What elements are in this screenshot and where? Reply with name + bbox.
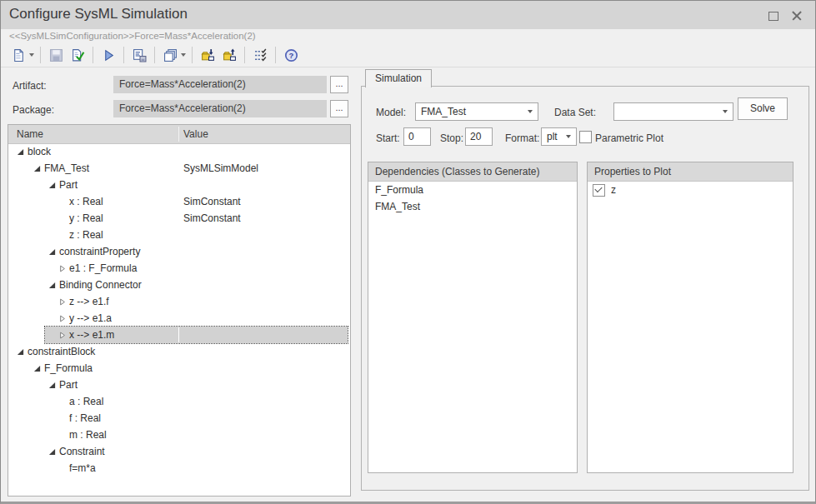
format-dropdown[interactable]: plt bbox=[541, 127, 577, 146]
configuration-tree: Name Value block FMA_Test SysMLSimModel … bbox=[8, 124, 351, 497]
generate-code-button[interactable] bbox=[128, 45, 150, 65]
dependency-item[interactable]: FMA_Test bbox=[368, 198, 577, 215]
parametric-plot-checkbox[interactable] bbox=[579, 131, 592, 143]
execution-options-button[interactable] bbox=[249, 45, 271, 65]
tree-indent bbox=[8, 252, 48, 252]
tree-row[interactable]: FMA_Test SysMLSimModel bbox=[8, 160, 350, 177]
property-checkbox[interactable] bbox=[593, 184, 605, 197]
tree-row[interactable]: y : Real SimConstant bbox=[8, 210, 350, 227]
tree-indent bbox=[8, 185, 48, 186]
help-button[interactable]: ? bbox=[280, 45, 302, 65]
tree-item-name: f=m*a bbox=[69, 462, 96, 474]
tree-indent bbox=[8, 385, 48, 386]
tree-row[interactable]: y --> e1.a bbox=[8, 310, 350, 327]
export-package-button[interactable] bbox=[218, 45, 240, 65]
tree-row[interactable]: Part bbox=[8, 377, 350, 393]
tree-row[interactable]: x --> e1.m bbox=[8, 327, 350, 343]
new-artifact-button[interactable] bbox=[8, 45, 29, 65]
artifact-field[interactable]: Force=Mass*Acceleration(2) bbox=[113, 76, 327, 93]
tree-row[interactable]: z --> e1.f bbox=[8, 293, 350, 310]
toolbar-separator bbox=[244, 47, 245, 63]
tree-row[interactable]: Part bbox=[8, 177, 350, 193]
tree-row[interactable]: m : Real bbox=[8, 427, 350, 443]
new-artifact-dropdown-icon[interactable] bbox=[29, 53, 34, 57]
tree-row[interactable]: Binding Connector bbox=[8, 277, 350, 293]
toolbar-separator bbox=[154, 47, 155, 63]
tree-row[interactable]: z : Real bbox=[8, 227, 350, 243]
svg-text:?: ? bbox=[288, 50, 293, 59]
copy-button[interactable] bbox=[159, 45, 181, 65]
tree-expand-icon[interactable] bbox=[58, 332, 69, 339]
dependencies-list: Dependencies (Classes to Generate) F_For… bbox=[368, 162, 578, 473]
start-input[interactable] bbox=[403, 127, 431, 146]
run-simulation-button[interactable] bbox=[98, 45, 119, 65]
tree-expand-icon[interactable] bbox=[48, 248, 59, 256]
tree-expand-icon[interactable] bbox=[58, 265, 69, 272]
stop-input[interactable] bbox=[465, 127, 493, 146]
help-icon: ? bbox=[284, 48, 298, 62]
tree-item-value: SimConstant bbox=[183, 212, 241, 224]
column-divider[interactable] bbox=[178, 127, 179, 142]
dataset-dropdown[interactable] bbox=[613, 102, 733, 121]
tree-indent bbox=[8, 418, 58, 419]
tree-item-name: z --> e1.f bbox=[69, 296, 109, 307]
maximize-icon[interactable] bbox=[768, 12, 778, 21]
tree-item-name: constraintBlock bbox=[28, 346, 95, 357]
tree-item-name: Part bbox=[59, 179, 78, 191]
tab-simulation[interactable]: Simulation bbox=[365, 69, 432, 87]
tree-indent bbox=[8, 152, 17, 152]
tree-row[interactable]: x : Real SimConstant bbox=[8, 193, 350, 210]
tree-expand-icon[interactable] bbox=[48, 382, 59, 389]
tree-row[interactable]: block bbox=[8, 143, 350, 160]
tree-indent bbox=[8, 302, 58, 302]
tree-item-name: f : Real bbox=[69, 412, 101, 424]
tree-body: block FMA_Test SysMLSimModel Part x : Re… bbox=[8, 143, 350, 496]
property-item[interactable]: z bbox=[588, 182, 793, 198]
artifact-browse-button[interactable]: ... bbox=[330, 76, 348, 93]
tree-item-name: y --> e1.a bbox=[69, 312, 112, 324]
dependency-item[interactable]: F_Formula bbox=[368, 182, 577, 198]
tree-expand-icon[interactable] bbox=[48, 282, 59, 289]
properties-header: Properties to Plot bbox=[588, 162, 793, 182]
tree-row[interactable]: F_Formula bbox=[8, 360, 350, 377]
package-field[interactable]: Force=Mass*Acceleration(2) bbox=[113, 100, 327, 117]
tree-item-name: FMA_Test bbox=[44, 162, 89, 174]
tree-row[interactable]: a : Real bbox=[8, 393, 350, 410]
tree-item-name: constraintProperty bbox=[59, 246, 140, 257]
parametric-plot-label: Parametric Plot bbox=[595, 132, 663, 144]
import-package-button[interactable] bbox=[197, 45, 218, 65]
tree-expand-icon[interactable] bbox=[17, 348, 28, 356]
tree-row[interactable]: Constraint bbox=[8, 443, 350, 460]
tree-expand-icon[interactable] bbox=[58, 298, 69, 306]
tree-row[interactable]: f : Real bbox=[8, 410, 350, 427]
validate-button[interactable] bbox=[67, 45, 88, 65]
close-icon[interactable] bbox=[792, 11, 802, 21]
package-browse-button[interactable]: ... bbox=[330, 100, 348, 117]
tree-row[interactable]: e1 : F_Formula bbox=[8, 260, 350, 277]
tree-row[interactable]: constraintProperty bbox=[8, 243, 350, 260]
export-package-icon bbox=[223, 48, 237, 62]
tree-row[interactable]: constraintBlock bbox=[8, 343, 350, 360]
tree-expand-icon[interactable] bbox=[33, 365, 44, 372]
tree-header: Name Value bbox=[8, 125, 350, 144]
tree-expand-icon[interactable] bbox=[48, 182, 59, 189]
tree-expand-icon[interactable] bbox=[17, 148, 28, 156]
new-artifact-icon bbox=[12, 48, 26, 62]
toolbar-separator bbox=[275, 47, 276, 63]
model-dropdown[interactable]: FMA_Test bbox=[415, 102, 538, 121]
import-package-icon bbox=[201, 48, 215, 62]
tree-indent bbox=[8, 368, 33, 369]
solve-button[interactable]: Solve bbox=[738, 97, 788, 120]
tree-indent bbox=[8, 402, 58, 402]
tree-item-name: x : Real bbox=[69, 196, 103, 207]
tree-expand-icon[interactable] bbox=[58, 315, 69, 322]
tree-expand-icon[interactable] bbox=[33, 165, 44, 172]
dependencies-list-body: F_FormulaFMA_Test bbox=[368, 182, 577, 215]
tree-expand-icon[interactable] bbox=[48, 448, 59, 456]
tree-row[interactable]: f=m*a bbox=[8, 460, 350, 477]
copy-dropdown-icon[interactable] bbox=[181, 53, 186, 57]
save-button[interactable] bbox=[45, 45, 67, 65]
chevron-down-icon bbox=[528, 110, 533, 113]
window-title: Configure SysML Simulation bbox=[9, 6, 188, 22]
tree-item-value: SysMLSimModel bbox=[183, 162, 258, 174]
